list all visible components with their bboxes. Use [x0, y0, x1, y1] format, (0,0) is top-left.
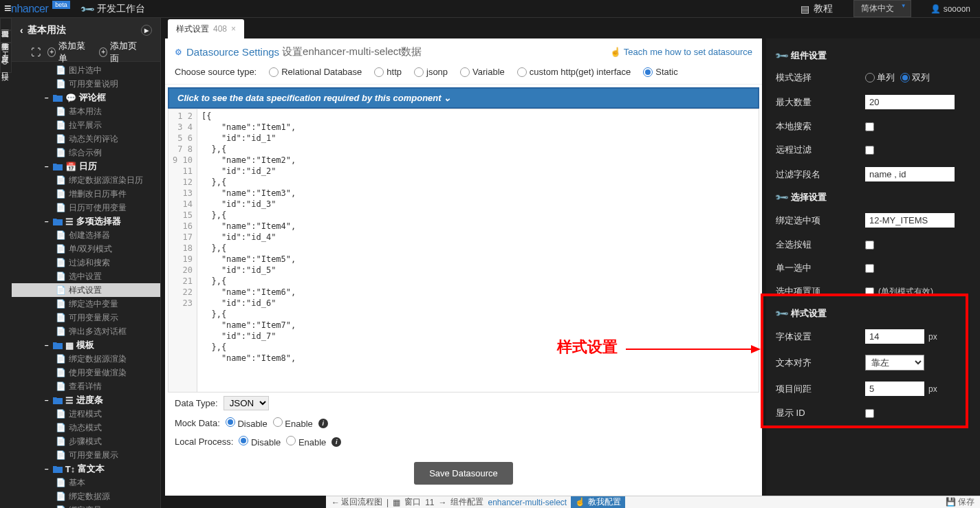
tree-item[interactable]: 📄动态关闭评论 [12, 132, 160, 146]
mock-disable[interactable]: Disable [226, 417, 268, 429]
tree-item[interactable]: 📄绑定选中变量 [12, 297, 160, 311]
local-disable[interactable]: Disable [239, 436, 281, 448]
beta-badge: beta [52, 1, 70, 9]
tree-folder-progress[interactable]: −☰进度条 [12, 393, 160, 407]
component-link[interactable]: enhancer-multi-select [488, 498, 567, 507]
info-icon[interactable]: i [331, 437, 341, 447]
single-select-row: 单一选中 [776, 256, 970, 280]
user-menu[interactable]: 👤 soooon [921, 4, 980, 14]
select-settings-header: 🔧选择设置 [776, 187, 970, 208]
language-dropdown[interactable]: 简体中文 [853, 0, 911, 17]
radio-double-col[interactable]: 双列 [900, 71, 930, 84]
local-process-row: Local Process: Disable Enable i [165, 432, 762, 451]
pointer-icon: ☝ [610, 47, 621, 57]
tree-item[interactable]: 📄基本用法 [12, 104, 160, 118]
tree-item[interactable]: 📄弹出多选对话框 [12, 324, 160, 338]
mode-select-row: 模式选择 单列 双列 [776, 66, 970, 89]
tree-folder-comment[interactable]: −💬评论框 [12, 91, 160, 104]
tree-item[interactable]: 📄增删改日历事件 [12, 187, 160, 201]
bind-selected-input[interactable] [865, 213, 955, 228]
data-type-select[interactable]: JSON [224, 396, 269, 410]
datasource-header: ⚙ Datasource Settings 设置enhancer-multi-s… [165, 38, 762, 64]
teach-badge[interactable]: ☝ 教我配置 [571, 496, 624, 508]
radio-custom[interactable]: custom http(get) interface [517, 67, 631, 77]
single-select-checkbox[interactable] [865, 264, 874, 273]
tree-item[interactable]: 📄可用变量展示 [12, 311, 160, 324]
add-page-button[interactable]: +添加页面 [99, 40, 141, 65]
spec-bar[interactable]: Click to see the data specification requ… [168, 87, 759, 109]
tree-folder-multiselect[interactable]: −☰多项选择器 [12, 214, 160, 228]
local-search-checkbox[interactable] [865, 122, 874, 131]
info-icon[interactable]: i [318, 419, 328, 428]
radio-relational[interactable]: Relational Database [269, 67, 362, 77]
file-icon: 📄 [56, 285, 66, 295]
tutorial-link[interactable]: ▤ 教程 [790, 3, 844, 15]
tab-style-settings[interactable]: 样式设置 408 × [168, 19, 244, 38]
play-icon[interactable]: ▶ [141, 25, 152, 36]
max-count-input[interactable] [865, 95, 955, 109]
remote-filter-checkbox[interactable] [865, 146, 874, 155]
tree-item[interactable]: 📄可用变量展示 [12, 448, 160, 462]
file-icon: 📄 [56, 148, 66, 157]
code-editor[interactable]: 1 2 3 4 5 6 7 8 9 10 11 12 13 14 15 16 1… [168, 109, 759, 393]
selected-top-checkbox[interactable] [865, 287, 874, 296]
tree-item-active[interactable]: 📄样式设置 [12, 283, 160, 297]
resize-icon[interactable]: ⛶ [31, 47, 41, 58]
tree-item[interactable]: 📄基本 [12, 476, 160, 489]
tree-item[interactable]: 📄图片选中 [12, 63, 160, 77]
tree-item[interactable]: 📄创建选择器 [12, 228, 160, 242]
tree-item[interactable]: 📄选中设置 [12, 269, 160, 283]
radio-variable[interactable]: Variable [460, 67, 505, 77]
tree-item[interactable]: 📄可用变量说明 [12, 77, 160, 91]
save-footer-button[interactable]: 💾 保存 [946, 496, 974, 508]
tree-item[interactable]: 📄动态模式 [12, 421, 160, 434]
settings-panel: 🔧组件设置 模式选择 单列 双列 最大数量 本地搜索 远程过滤 过滤字段名 🔧选… [766, 38, 980, 498]
tree-item[interactable]: 📄拉平展示 [12, 118, 160, 132]
file-icon: 📄 [56, 189, 66, 199]
tree-item[interactable]: 📄单/双列模式 [12, 242, 160, 256]
add-menu-button[interactable]: +添加菜单 [47, 40, 89, 65]
filter-fields-input[interactable] [865, 167, 955, 181]
show-id-checkbox[interactable] [865, 409, 874, 418]
radio-jsonp[interactable]: jsonp [414, 67, 448, 77]
file-icon: 📄 [56, 244, 66, 254]
tree-item[interactable]: 📄绑定数据源渲染 [12, 352, 160, 366]
chevron-left-icon[interactable]: ‹ [20, 25, 23, 36]
line-gutter: 1 2 3 4 5 6 7 8 9 10 11 12 13 14 15 16 1… [168, 109, 197, 392]
tree-folder-template[interactable]: −▦模板 [12, 338, 160, 352]
tree-item[interactable]: 📄使用变量做渲染 [12, 366, 160, 379]
radio-static[interactable]: Static [643, 67, 678, 77]
code-text[interactable]: [{ "name":"Item1", "id":"id_1" },{ "name… [197, 109, 759, 392]
tree-item[interactable]: 📄绑定数据源 [12, 489, 160, 503]
tree-item[interactable]: 📄综合示例 [12, 146, 160, 159]
vert-tab-restruct[interactable]: 重构变体 [0, 30, 12, 43]
tree-item[interactable]: 📄日历可使用变量 [12, 201, 160, 214]
tree-item[interactable]: 📄绑定数据源渲染日历 [12, 173, 160, 187]
save-datasource-button[interactable]: Save Datasource [414, 462, 513, 485]
close-icon[interactable]: × [231, 24, 236, 34]
tree-item[interactable]: 📄过滤和搜索 [12, 256, 160, 269]
dev-workbench-link[interactable]: 🔧 开发工作台 [70, 3, 156, 15]
mock-enable[interactable]: Enable [273, 417, 313, 429]
select-all-checkbox[interactable] [865, 241, 874, 250]
local-enable[interactable]: Enable [286, 436, 326, 448]
tree-folder-calendar[interactable]: −📅日历 [12, 159, 160, 173]
item-spacing-input[interactable] [865, 382, 924, 396]
vert-tab-pages[interactable]: 三页面管理 [0, 18, 12, 30]
tree-item[interactable]: 📄绑定变量 [12, 503, 160, 508]
radio-single-col[interactable]: 单列 [865, 71, 895, 84]
tree-item[interactable]: 📄步骤模式 [12, 434, 160, 448]
tree: 📄图片选中 📄可用变量说明 −💬评论框 📄基本用法 📄拉平展示 📄动态关闭评论 … [12, 62, 160, 508]
tree-item[interactable]: 📄进程模式 [12, 407, 160, 421]
font-size-input[interactable] [865, 329, 924, 344]
back-link[interactable]: ← 返回流程图 [331, 496, 382, 508]
text-align-select[interactable]: 靠左 [865, 355, 924, 371]
tree-item[interactable]: 📄查看详情 [12, 379, 160, 393]
logo[interactable]: ≡nhancer [0, 1, 52, 16]
vert-tab-http[interactable]: 自定义 Http 接口 [0, 43, 12, 73]
radio-http[interactable]: http [374, 67, 402, 77]
show-id-row: 显示 ID [776, 401, 970, 425]
teach-link[interactable]: ☝ Teach me how to set datasource [610, 47, 752, 57]
user-icon: 👤 [930, 4, 941, 14]
tree-folder-richtext[interactable]: −T↕富文本 [12, 462, 160, 476]
